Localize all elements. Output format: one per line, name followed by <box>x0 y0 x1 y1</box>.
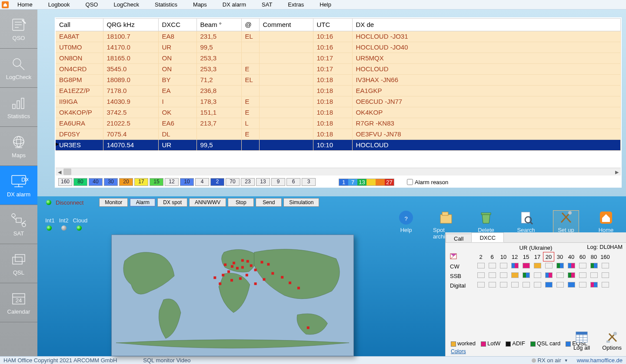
scroll-left-icon[interactable]: ◀ <box>56 168 63 176</box>
col-header[interactable]: Call <box>56 19 103 31</box>
matrix-cell[interactable] <box>556 272 564 278</box>
matrix-cell[interactable] <box>590 282 598 288</box>
matrix-cell[interactable] <box>534 263 541 268</box>
matrix-cell[interactable] <box>477 263 485 268</box>
matrix-cell[interactable] <box>511 282 519 288</box>
menu-logbook[interactable]: Logbook <box>40 0 78 9</box>
band-button-9[interactable]: 9 <box>271 178 285 186</box>
col-header[interactable]: DXCC <box>158 19 196 31</box>
toolbar-button-alarm[interactable]: Alarm <box>130 198 156 207</box>
menu-statistics[interactable]: Statistics <box>147 0 185 9</box>
table-row[interactable]: EA6URA21022.5EA6213,7L10:18R7GR -KN83 <box>56 118 621 129</box>
band-button-160[interactable]: 160 <box>58 178 72 186</box>
matrix-cell[interactable] <box>534 272 541 278</box>
matrix-cell[interactable] <box>579 263 586 268</box>
band-button-80[interactable]: 80 <box>73 178 87 186</box>
tab-call[interactable]: Call <box>446 234 472 242</box>
table-row[interactable]: ON8ON18165.0ON253,310:17UR5MQX <box>56 53 621 64</box>
matrix-cell[interactable] <box>545 272 553 278</box>
matrix-cell[interactable] <box>568 263 575 268</box>
toolbar-button-send[interactable]: Send <box>256 198 282 207</box>
band-button-30[interactable]: 30 <box>104 178 118 186</box>
sidebar-item-dx-alarm[interactable]: DXDX alarm <box>0 166 37 205</box>
band-button-40[interactable]: 40 <box>89 178 103 186</box>
matrix-cell[interactable] <box>579 282 586 288</box>
menu-qso[interactable]: QSO <box>78 0 106 9</box>
website-link[interactable]: www.hamoffice.de <box>577 357 623 364</box>
menu-help[interactable]: Help <box>312 0 339 9</box>
matrix-cell[interactable] <box>477 282 485 288</box>
matrix-cell[interactable] <box>523 263 530 268</box>
col-header[interactable]: QRG kHz <box>103 19 158 31</box>
matrix-cell[interactable] <box>556 263 564 268</box>
sidebar-item-maps[interactable]: Maps <box>0 127 37 166</box>
matrix-cell[interactable] <box>523 282 530 288</box>
spot-table[interactable]: CallQRG kHzDXCCBeam °@CommentUTCDX deEA8… <box>56 18 621 151</box>
menu-dxalarm[interactable]: DX alarm <box>215 0 254 9</box>
col-header[interactable]: @ <box>241 19 259 31</box>
menu-home[interactable]: Home <box>10 0 40 9</box>
scroll-thumb[interactable] <box>63 169 71 175</box>
table-row[interactable]: BG8PM18089.0BY71,2EL10:18IV3HAX -JN66 <box>56 75 621 86</box>
alarm-reason-checkbox[interactable]: Alarm reason <box>407 179 448 185</box>
matrix-cell[interactable] <box>568 282 575 288</box>
band-button-10[interactable]: 10 <box>180 178 194 186</box>
matrix-cell[interactable] <box>500 263 507 268</box>
menu-sat[interactable]: SAT <box>254 0 280 9</box>
options-button[interactable]: Options <box>602 331 622 351</box>
toolbar-button-dx-spot[interactable]: DX spot <box>157 198 187 207</box>
sidebar-item-sat[interactable]: SAT <box>0 205 37 244</box>
band-button-3[interactable]: 3 <box>302 178 316 186</box>
band-button-13[interactable]: 13 <box>256 178 270 186</box>
log-all-button[interactable]: Log all <box>573 331 590 351</box>
matrix-cell[interactable] <box>545 263 553 268</box>
matrix-cell[interactable] <box>523 272 530 278</box>
menu-maps[interactable]: Maps <box>185 0 215 9</box>
band-button-6[interactable]: 6 <box>286 178 300 186</box>
col-header[interactable]: Beam ° <box>196 19 241 31</box>
matrix-cell[interactable] <box>602 282 609 288</box>
matrix-cell[interactable] <box>545 282 553 288</box>
band-button-23[interactable]: 23 <box>241 178 255 186</box>
menu-logcheck[interactable]: LogCheck <box>106 0 147 9</box>
dropdown-icon[interactable]: ▼ <box>564 358 568 363</box>
toolbar-button-monitor[interactable]: Monitor <box>99 198 128 207</box>
toolbar-button-stop[interactable]: Stop <box>228 198 254 207</box>
scroll-right-icon[interactable]: ▶ <box>613 168 621 176</box>
band-button-15[interactable]: 15 <box>150 178 163 186</box>
sidebar-item-qso[interactable]: QSO <box>0 10 37 49</box>
col-header[interactable]: UTC <box>313 19 352 31</box>
table-row[interactable]: ON4CRD3545.0ON253,3E10:17HOCLOUD <box>56 64 621 75</box>
sidebar-item-statistics[interactable]: Statistics <box>0 88 37 127</box>
band-button-2[interactable]: 2 <box>210 178 224 186</box>
col-header[interactable]: DX de <box>352 19 621 31</box>
matrix-cell[interactable] <box>534 282 541 288</box>
table-row[interactable]: UT0MO14170.0UR99,510:16HOCLOUD -JO40 <box>56 42 621 53</box>
matrix-cell[interactable] <box>489 263 496 268</box>
disconnect-link[interactable]: Disconnect <box>56 199 83 206</box>
scrollbar-horizontal[interactable]: ◀ ▶ <box>56 168 621 175</box>
band-button-17[interactable]: 17 <box>134 178 148 186</box>
sidebar-item-qsl[interactable]: QSL <box>0 244 37 283</box>
table-row[interactable]: II9IGA14030.9I178,3E10:18OE6CUD -JN77 <box>56 96 621 107</box>
tab-dxcc[interactable]: DXCC <box>471 232 504 242</box>
matrix-cell[interactable] <box>556 282 564 288</box>
table-row[interactable]: DF0SY7075.4DLE10:18OE3FVU -JN78 <box>56 129 621 140</box>
matrix-cell[interactable] <box>511 263 519 268</box>
table-row[interactable]: OK4KOP/P3742.5OK151,1E10:18OK4KOP <box>56 107 621 118</box>
table-row[interactable]: EA1EZZ/P7178.0EA236,810:18EA1GKP <box>56 86 621 96</box>
matrix-cell[interactable] <box>500 272 507 278</box>
matrix-cell[interactable] <box>477 272 485 278</box>
sidebar-item-calendar[interactable]: 24Calendar <box>0 283 37 322</box>
matrix-cell[interactable] <box>489 272 496 278</box>
matrix-cell[interactable] <box>590 272 598 278</box>
table-row[interactable]: ▶UR3ES14070.54UR99,510:10HOCLOUD <box>56 140 621 151</box>
toolbar-button-simulation[interactable]: Simulation <box>283 198 319 207</box>
toolbar-button-ann-wwv[interactable]: ANN/WWV <box>189 198 226 207</box>
band-button-70[interactable]: 70 <box>226 178 240 186</box>
matrix-cell[interactable] <box>500 282 507 288</box>
matrix-cell[interactable] <box>511 272 519 278</box>
col-header[interactable]: Comment <box>259 19 313 31</box>
bigicon-help[interactable]: ?Help <box>393 210 419 240</box>
matrix-cell[interactable] <box>489 282 496 288</box>
